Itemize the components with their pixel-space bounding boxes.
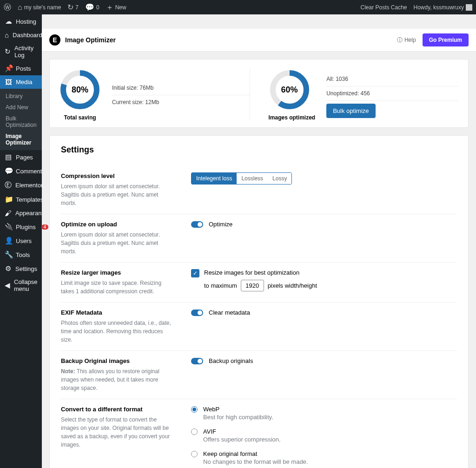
gear-icon: ⚙ (5, 264, 12, 273)
sidebar-item-pages[interactable]: ▤Pages (0, 150, 42, 164)
site-link[interactable]: ⌂my site's name (18, 4, 61, 11)
pin-icon: 📌 (5, 64, 12, 73)
sidebar-item-dashboard[interactable]: ⌂Dashboard (0, 28, 42, 42)
comments-icon: 💬 (5, 167, 12, 175)
sidebar-item-posts[interactable]: 📌Posts (0, 61, 42, 75)
resize-heading: Resize larger images (61, 269, 172, 276)
saving-caption: Total saving (59, 114, 101, 121)
backup-row: Backup Original imagesNote: This allows … (61, 351, 457, 399)
webp-label: WebP (203, 406, 273, 413)
exif-label: Clear metadata (209, 309, 250, 316)
sidebar-item-media[interactable]: 🖼Media (0, 75, 42, 89)
updates-link[interactable]: ↻7 (67, 4, 79, 11)
optimized-caption: Images optimized (269, 114, 316, 121)
sub-library[interactable]: Library (0, 91, 42, 102)
comments-link[interactable]: 💬0 (85, 4, 99, 11)
sub-add-new[interactable]: Add New (0, 102, 42, 113)
pages-icon: ▤ (5, 153, 12, 161)
elementor-icon: Ⓔ (5, 181, 12, 190)
media-submenu: Library Add New Bulk Optimization Image … (0, 89, 42, 150)
saving-percent: 80% (59, 69, 101, 111)
sidebar-item-users[interactable]: 👤Users (0, 234, 42, 248)
go-premium-button[interactable]: Go Premium (423, 33, 469, 46)
current-size-text: Current size: 12Mb (112, 95, 250, 109)
folder-icon: 📁 (5, 195, 12, 204)
optimize-label: Optimize (209, 221, 232, 228)
compression-row: Compression levelLorem ipsum dolor sit a… (61, 166, 457, 214)
webp-sub: Best for high compatibility. (203, 414, 273, 421)
stats-card: 80% Total saving Initial size: 76Mb Curr… (49, 59, 469, 128)
exif-row: EXIF MetadataPhotos often store unneeded… (61, 303, 457, 351)
new-content-link[interactable]: ＋New (106, 4, 126, 11)
sidebar-item-collapse[interactable]: ◀Collapse menu (0, 276, 42, 295)
format-avif-radio[interactable] (191, 428, 198, 435)
optimized-percent: 60% (269, 69, 311, 111)
cloud-icon: ☁ (5, 17, 12, 26)
plug-icon: 🔌 (5, 223, 12, 231)
convert-desc: Select the type of format to convert the… (61, 415, 172, 449)
admin-bar: ⓦ ⌂my site's name ↻7 💬0 ＋New Clear Posts… (0, 0, 476, 14)
wrench-icon: 🔧 (5, 250, 12, 259)
upload-desc: Lorem ipsum dolor sit amet consectetur. … (61, 231, 172, 256)
format-keep-radio[interactable] (191, 451, 198, 457)
format-webp-radio[interactable] (191, 406, 198, 413)
resize-post-text: pixels width/height (268, 282, 317, 289)
clear-cache-link[interactable]: Clear Posts Cache (360, 4, 407, 11)
resize-width-input[interactable] (241, 280, 264, 291)
upload-row: Optimize on uploadLorem ipsum dolor sit … (61, 214, 457, 263)
sidebar-item-templates[interactable]: 📁Templates (0, 192, 42, 206)
avif-label: AVIF (203, 428, 281, 435)
elementor-logo-icon: E (49, 34, 60, 46)
page-title: Image Optimizer (65, 36, 116, 44)
settings-card: Settings Compression levelLorem ipsum do… (49, 135, 469, 468)
exif-toggle[interactable] (191, 310, 203, 316)
bulk-optimize-button[interactable]: Bulk optimize (326, 104, 375, 118)
backup-toggle[interactable] (191, 358, 203, 364)
convert-heading: Convert to a different format (61, 406, 172, 413)
brush-icon: 🖌 (5, 209, 12, 217)
activity-icon: ↻ (5, 47, 11, 56)
compression-lossless[interactable]: Lossless (237, 173, 268, 184)
sidebar-item-plugins[interactable]: 🔌Plugins4 (0, 220, 42, 234)
backup-heading: Backup Original images (61, 357, 172, 364)
backup-desc: Note: This allows you to restore origina… (61, 367, 172, 392)
collapse-icon: ◀ (5, 281, 10, 290)
compression-segmented: Intelegent loss Lossless Lossy (191, 172, 292, 185)
main-content: E Image Optimizer ⓘHelp Go Premium 80% T… (42, 29, 476, 468)
admin-sidebar: ☁Hosting ⌂Dashboard ↻Activity Log 📌Posts… (0, 14, 42, 468)
total-saving-chart: 80% (59, 69, 101, 111)
keep-label: Keep original format (203, 450, 308, 457)
resize-chk-label: Resize images for best optimization (204, 269, 317, 276)
all-count-text: All: 1036 (326, 72, 459, 86)
avatar (466, 4, 472, 11)
sidebar-item-hosting[interactable]: ☁Hosting (0, 14, 42, 28)
compression-lossy[interactable]: Lossy (268, 173, 291, 184)
sidebar-item-elementor[interactable]: ⒺElementor (0, 178, 42, 192)
backup-label: Backup originals (209, 357, 253, 364)
media-icon: 🖼 (5, 78, 12, 86)
compression-intelligent-loss[interactable]: Intelegent loss (192, 173, 237, 184)
sidebar-item-activity-log[interactable]: ↻Activity Log (0, 42, 42, 61)
unoptimized-count-text: Unoptimized: 456 (326, 86, 459, 101)
avif-sub: Offers superior compression. (203, 436, 281, 443)
wordpress-icon[interactable]: ⓦ (4, 4, 11, 11)
optimize-toggle[interactable] (191, 221, 203, 228)
resize-pre-text: to maximum (204, 282, 237, 289)
sidebar-item-comments[interactable]: 💬Comments (0, 164, 42, 178)
page-header: E Image Optimizer ⓘHelp Go Premium (42, 29, 476, 52)
sub-image-optimizer[interactable]: Image Optimizer (0, 131, 42, 148)
sidebar-item-appearance[interactable]: 🖌Appearance (0, 206, 42, 220)
sidebar-item-settings[interactable]: ⚙Settings (0, 262, 42, 276)
settings-heading: Settings (61, 145, 457, 155)
sidebar-item-tools[interactable]: 🔧Tools (0, 248, 42, 262)
upload-heading: Optimize on upload (61, 221, 172, 228)
help-link[interactable]: ⓘHelp (397, 36, 416, 44)
resize-row: Resize larger imagesLimit image size to … (61, 263, 457, 303)
compression-desc: Lorem ipsum dolor sit amet consectetur. … (61, 182, 172, 207)
keep-sub: No changes to the format will be made. (203, 458, 308, 465)
resize-checkbox[interactable]: ✓ (191, 269, 199, 277)
help-icon: ⓘ (397, 36, 403, 44)
resize-desc: Limit image size to save space. Resizing… (61, 279, 172, 296)
howdy-link[interactable]: Howdy, kssmuwruxy (414, 4, 472, 11)
sub-bulk-optimization[interactable]: Bulk Optimization (0, 113, 42, 131)
